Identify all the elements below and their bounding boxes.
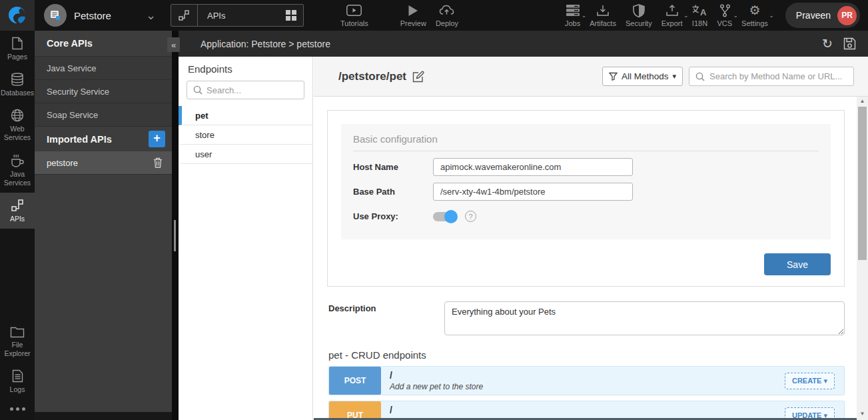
i18n-button[interactable]: A I18N (691, 4, 707, 27)
scroll-up-arrow[interactable]: ▲ (857, 97, 868, 106)
description-row: Description Everything about your Pets (328, 301, 845, 335)
folder-icon (10, 326, 25, 338)
imported-apis-label: Imported APIs (47, 134, 112, 145)
databases-label: Databases (1, 89, 34, 97)
deploy-button[interactable]: Deploy (436, 4, 458, 27)
jobs-button[interactable]: Jobs ⌄ (565, 4, 580, 27)
main-header: /petstore/pet All Methods ▾ (314, 57, 868, 97)
endpoints-panel: Endpoints pet store user (179, 57, 313, 420)
method-search[interactable] (689, 67, 854, 86)
main-scroll-area: Basic configuration Host Name Base Path … (314, 97, 857, 420)
left-rail: Pages Databases Web Services Java Servic… (0, 31, 35, 420)
chevron-down-icon: ▾ (672, 72, 676, 81)
sidebar-item-java-services[interactable]: Java Services (0, 148, 35, 193)
artifacts-label: Artifacts (590, 19, 616, 27)
base-path-label: Base Path (353, 187, 433, 197)
settings-button[interactable]: ⚙ Settings ⌄ (741, 4, 768, 27)
apis-sidebar: Core APIs Java Service Security Service … (35, 31, 172, 420)
gear-icon: ⚙ (749, 4, 760, 17)
sidebar-item-web-services[interactable]: Web Services (0, 103, 35, 147)
use-proxy-toggle[interactable] (433, 212, 456, 221)
basic-config-section: Basic configuration Host Name Base Path … (341, 124, 831, 239)
project-selector[interactable]: Petstore ⌄ (44, 4, 156, 27)
workspace-label: APIs (198, 11, 286, 21)
wave-logo-icon (7, 5, 27, 25)
core-apis-header: Core APIs (35, 31, 172, 57)
branch-icon (718, 4, 731, 17)
tutorials-button[interactable]: Tutorials (340, 4, 368, 27)
sidebar-item-soap-service[interactable]: Soap Service (35, 103, 172, 127)
preview-label: Preview (400, 19, 426, 27)
file-explorer-label: File Explorer (1, 341, 33, 358)
host-name-label: Host Name (353, 162, 433, 172)
scrollbar-thumb[interactable] (858, 107, 867, 260)
trash-icon[interactable] (153, 157, 163, 168)
add-api-button[interactable]: + (149, 131, 165, 147)
endpoints-search[interactable] (187, 81, 304, 99)
i18n-label: I18N (692, 19, 707, 27)
crud-row-put[interactable]: PUT / Update an existing pet UPDATE ▾ (328, 401, 845, 420)
log-document-icon (12, 369, 23, 383)
host-name-field[interactable] (433, 158, 633, 176)
methods-filter-dropdown[interactable]: All Methods ▾ (602, 67, 683, 86)
crud-row-post[interactable]: POST / Add a new pet to the store CREATE… (328, 366, 845, 395)
topbar-tools: Jobs ⌄ Artifacts Security Export (565, 4, 768, 27)
pages-label: Pages (7, 53, 27, 61)
sidebar-item-pages[interactable]: Pages (0, 31, 35, 67)
avatar: PR (837, 6, 857, 25)
method-search-input[interactable] (709, 71, 847, 81)
collapse-sidebar-button[interactable]: « (167, 37, 180, 52)
chevron-down-icon: ⌄ (769, 12, 774, 19)
scroll-down-arrow[interactable]: ▼ (857, 409, 868, 419)
workspace-selector[interactable]: APIs (171, 4, 304, 27)
sidebar-item-petstore[interactable]: petstore (35, 151, 172, 175)
vcs-button[interactable]: VCS ⌄ (717, 4, 732, 27)
crud-row-info: / Add a new pet to the store (381, 367, 785, 395)
project-avatar-icon (44, 4, 67, 27)
sidebar-item-java-service[interactable]: Java Service (35, 57, 172, 80)
search-icon (695, 72, 705, 81)
wavemaker-logo[interactable] (0, 0, 35, 31)
use-proxy-label: Use Proxy: (353, 211, 433, 221)
base-path-field[interactable] (433, 183, 633, 201)
chevron-down-icon[interactable]: ⌄ (146, 9, 156, 21)
artifacts-button[interactable]: Artifacts (590, 4, 616, 27)
security-button[interactable]: Security (626, 4, 652, 27)
user-menu[interactable]: Praveen PR (785, 3, 860, 28)
more-icon[interactable] (0, 399, 35, 420)
export-label: Export (661, 19, 683, 27)
chevron-down-icon: ⌄ (683, 12, 689, 19)
refresh-icon[interactable]: ↻ (822, 37, 833, 50)
sidebar-item-logs[interactable]: Logs (0, 363, 35, 399)
toggle-knob (444, 210, 458, 223)
vertical-scrollbar[interactable]: ▲ ▼ (857, 97, 868, 420)
translate-icon: A (691, 4, 707, 17)
method-badge-put: PUT (329, 401, 381, 420)
sidebar-item-apis[interactable]: APIs (0, 193, 35, 229)
page-title: /petstore/pet (338, 70, 406, 83)
method-badge-post: POST (329, 367, 381, 395)
sidebar-scrollbar-thumb[interactable] (174, 220, 176, 251)
endpoint-item-user[interactable]: user (179, 145, 312, 164)
edit-icon[interactable] (412, 71, 424, 83)
endpoint-item-store[interactable]: store (179, 125, 312, 145)
grid-icon[interactable] (286, 10, 296, 21)
endpoints-search-input[interactable] (207, 85, 304, 95)
description-textarea[interactable]: Everything about your Pets (444, 301, 845, 335)
save-icon[interactable] (843, 37, 856, 50)
preview-button[interactable]: Preview (400, 4, 426, 27)
sidebar-item-databases[interactable]: Databases (0, 67, 35, 103)
sidebar-item-security-service[interactable]: Security Service (35, 80, 172, 103)
save-button[interactable]: Save (764, 253, 831, 275)
endpoint-item-pet[interactable]: pet (179, 106, 312, 125)
create-action-button[interactable]: CREATE ▾ (785, 373, 835, 389)
globe-icon (11, 109, 24, 122)
sidebar-item-file-explorer[interactable]: File Explorer (0, 320, 35, 363)
breadcrumb: Application: Petstore > petstore (201, 39, 330, 49)
export-button[interactable]: Export ⌄ (661, 4, 683, 27)
web-services-label: Web Services (1, 125, 33, 142)
help-icon[interactable]: ? (465, 211, 476, 222)
deploy-label: Deploy (436, 19, 458, 27)
methods-filter-value: All Methods (622, 71, 669, 81)
deploy-icon (439, 4, 455, 17)
